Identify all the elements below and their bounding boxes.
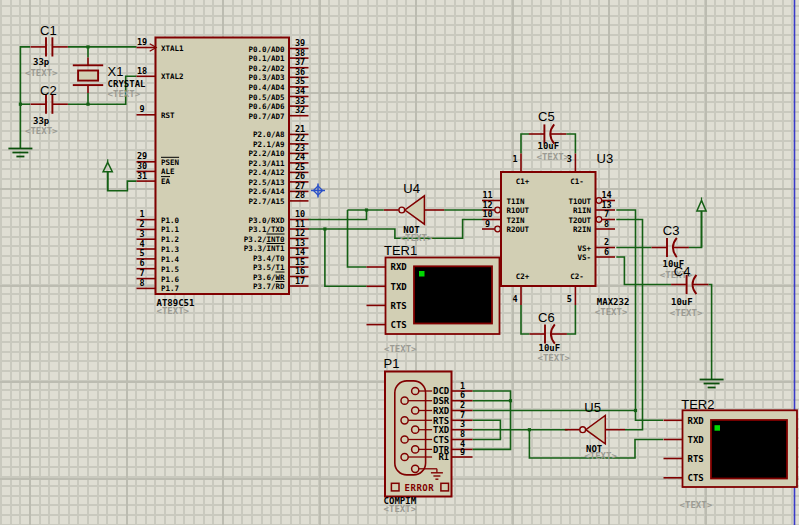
pin-number: 21	[295, 124, 305, 134]
pin-name: P3.2/INT0	[244, 235, 285, 244]
pin-number: 28	[295, 190, 305, 200]
crystal-body[interactable]	[78, 71, 98, 81]
pin-number: 9	[485, 219, 490, 229]
pin-number: 2	[604, 237, 609, 247]
terminal-text-cursor	[419, 271, 425, 277]
pin-name: T1IN	[507, 197, 526, 206]
pin-number: 35	[295, 76, 305, 86]
pin-name: P1.3	[161, 245, 180, 254]
dsub-pin-hole	[401, 397, 408, 404]
pin-number: 13	[601, 200, 611, 210]
pin-number: 6	[460, 390, 465, 400]
pin-name: P1.6	[161, 275, 180, 284]
pin-number: 27	[295, 181, 305, 191]
pin-name: P0.3/AD3	[248, 73, 285, 82]
inverting-bubble	[580, 427, 586, 433]
pin-number: 1	[460, 381, 465, 391]
pin-number: 5	[567, 294, 572, 304]
component-ref: U3	[597, 151, 614, 166]
pin-name: PSEN	[161, 158, 180, 167]
text-placeholder: <TEXT>	[384, 504, 417, 514]
pin-name: P1.4	[161, 255, 180, 264]
pin-number: 7	[604, 209, 609, 219]
schematic-sheet[interactable]: 19XTAL118XTAL29RST29PSEN30ALE31EA1P1.02P…	[0, 0, 799, 525]
pin-number: 25	[295, 162, 305, 172]
pin-name: P0.1/AD1	[248, 54, 285, 63]
pin-name: C2+	[516, 272, 530, 281]
text-placeholder: <TEXT>	[25, 126, 58, 136]
text-placeholder: <TEXT>	[400, 233, 433, 243]
pin-number: 39	[295, 38, 305, 48]
component-ref: C5	[538, 109, 555, 124]
wire-junction-dot	[365, 208, 368, 211]
pin-name: ALE	[161, 167, 175, 176]
pin-number: 31	[137, 171, 147, 181]
pin-number: 1	[139, 209, 144, 219]
pin-name: P2.3/A11	[248, 159, 285, 168]
pin-name: P2.7/A15	[248, 197, 284, 206]
pin-number: 5	[139, 248, 144, 258]
component-value: 10uF	[538, 141, 560, 151]
component-value: CRYSTAL	[108, 79, 147, 89]
pin-number: 26	[295, 171, 305, 181]
pin-name: RI	[438, 452, 449, 462]
pin-name: P3.5/T1	[253, 263, 285, 272]
pin-name: R2IN	[573, 225, 592, 234]
wire-junction-dot	[634, 409, 637, 412]
pin-name: RTS	[391, 301, 407, 311]
component-ref: C3	[663, 223, 680, 238]
component-ref: C1	[40, 23, 57, 38]
pin-name: DCD	[433, 386, 450, 396]
terminal-screen[interactable]	[711, 420, 787, 479]
component-value: MAX232	[597, 297, 630, 307]
terminal-text-cursor	[715, 425, 721, 431]
text-placeholder: <TEXT>	[680, 500, 713, 510]
pin-name: P0.5/AD5	[248, 93, 284, 102]
pin-number: 11	[482, 190, 492, 200]
pin-number: 10	[295, 209, 305, 219]
pin-number: 3	[460, 419, 465, 429]
pin-name: P0.2/AD2	[248, 64, 284, 73]
pin-name: P3.7/RD	[253, 282, 285, 291]
pin-name: RXD	[433, 406, 450, 416]
pin-number: 8	[139, 278, 144, 288]
wire-junction-dot	[323, 227, 326, 230]
pin-name: T1OUT	[568, 197, 591, 206]
pin-name: P3.4/T0	[253, 254, 285, 263]
ic-mcu[interactable]: 19XTAL118XTAL29RST29PSEN30ALE31EA1P1.02P…	[137, 37, 309, 316]
component-value: 10uF	[539, 343, 561, 353]
pin-name: P1.2	[161, 235, 179, 244]
pin-number: 6	[139, 258, 144, 268]
pin-number: 12	[295, 228, 305, 238]
component-ref: P1	[384, 356, 400, 371]
pin-number: 36	[295, 67, 305, 77]
pin-name: P2.4/A12	[248, 168, 284, 177]
component-ref: U5	[584, 400, 601, 415]
pin-number: 3	[139, 229, 144, 239]
pin-name: XTAL1	[161, 44, 184, 53]
component-ref: TER2	[681, 397, 714, 412]
pin-number: 4	[512, 294, 517, 304]
text-placeholder: <TEXT>	[108, 89, 141, 99]
pin-name: P0.0/AD0	[248, 45, 285, 54]
wire-junction-dot	[509, 399, 512, 402]
pin-number: 9	[139, 104, 144, 114]
schematic-editor-canvas[interactable]: 19XTAL118XTAL29RST29PSEN30ALE31EA1P1.02P…	[0, 0, 799, 525]
component-ref: TER1	[384, 243, 417, 258]
pin-name: CTS	[433, 435, 449, 445]
pin-name: TXD	[391, 282, 408, 292]
dsub-pin-hole	[412, 426, 419, 433]
pin-number: 16	[295, 266, 305, 276]
pin-name: P2.1/A9	[253, 140, 285, 149]
pin-name: P2.0/A8	[253, 130, 285, 139]
pin-name: T2OUT	[568, 216, 591, 225]
pin-name: P1.7	[161, 284, 179, 293]
pin-name: P0.6/AD6	[248, 102, 285, 111]
dsub-pin-hole	[412, 407, 419, 414]
pin-name: P1.0	[161, 216, 180, 225]
pin-name: P1.5	[161, 265, 179, 274]
dsub-pin-hole	[412, 465, 419, 472]
terminal-screen[interactable]	[414, 266, 492, 323]
pin-number: 14	[295, 247, 305, 257]
pin-number: 24	[295, 152, 305, 162]
